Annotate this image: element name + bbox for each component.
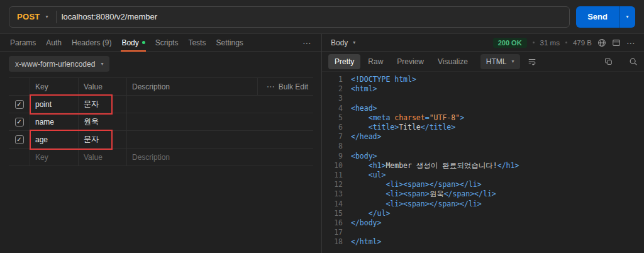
response-header: Body ▾ 200 OK 31 ms 479 B ⋯ — [322, 34, 644, 52]
globe-icon[interactable] — [597, 38, 606, 47]
request-bar: POST ▾ Send ▾ — [0, 0, 644, 34]
more-options-icon[interactable]: ⋯ — [297, 38, 316, 47]
separator-dot — [565, 42, 567, 43]
header-select-cell — [9, 78, 30, 96]
wrap-text-icon[interactable] — [528, 57, 536, 66]
description-cell[interactable] — [127, 96, 313, 113]
tab-tests[interactable]: Tests — [183, 34, 211, 51]
row-checkbox-cell[interactable] — [9, 96, 30, 113]
response-pane-selector[interactable]: Body ▾ — [331, 38, 355, 47]
url-box: POST ▾ — [9, 6, 570, 28]
chevron-down-icon: ▾ — [101, 62, 103, 67]
row-checkbox-cell[interactable] — [9, 131, 30, 149]
request-panel: Params Auth Headers (9) Body Scripts Tes… — [0, 34, 322, 253]
key-cell[interactable]: name — [30, 113, 79, 131]
separator-dot — [533, 42, 535, 43]
key-cell[interactable]: age — [30, 131, 79, 149]
table-row: point 문자 — [9, 96, 313, 113]
response-pane-label: Body — [331, 38, 348, 47]
table-row: age 문자 — [9, 131, 313, 149]
tab-params[interactable]: Params — [5, 34, 41, 51]
request-tabs: Params Auth Headers (9) Body Scripts Tes… — [0, 34, 321, 52]
more-options-icon: ⋯ — [267, 82, 275, 91]
send-button[interactable]: Send — [576, 6, 619, 28]
table-row: name 원욱 — [9, 113, 313, 131]
value-cell[interactable]: 문자 — [79, 96, 127, 113]
response-toolbar: Pretty Raw Preview Visualize HTML ▾ — [322, 52, 644, 72]
save-response-icon[interactable] — [612, 38, 621, 47]
send-group: Send ▾ — [576, 6, 635, 28]
code-line: <li><span></span></li> — [351, 200, 644, 209]
row-checkbox-cell — [9, 149, 30, 166]
table-row-placeholder: Key Value Description — [9, 149, 313, 166]
checkbox-icon[interactable] — [15, 135, 24, 144]
tab-scripts[interactable]: Scripts — [150, 34, 184, 51]
code-line — [351, 228, 644, 237]
code-gutter: 123456789101112131415161718 — [322, 75, 348, 253]
tab-settings[interactable]: Settings — [211, 34, 248, 51]
url-input[interactable] — [62, 7, 570, 27]
chevron-down-icon: ▾ — [512, 59, 514, 64]
header-description: Description — [127, 78, 258, 96]
send-options-button[interactable]: ▾ — [619, 6, 635, 28]
value-cell-placeholder[interactable]: Value — [79, 149, 127, 166]
response-meta: 200 OK 31 ms 479 B ⋯ — [493, 38, 635, 48]
tab-body-label: Body — [121, 38, 138, 47]
more-options-icon[interactable]: ⋯ — [626, 38, 635, 47]
app-root: POST ▾ Send ▾ Params Auth Headers (9) Bo… — [0, 0, 644, 253]
body-type-label: x-www-form-urlencoded — [15, 60, 95, 69]
tab-auth[interactable]: Auth — [41, 34, 67, 51]
code-line: <title>Title</title> — [351, 123, 644, 132]
method-selector[interactable]: POST ▾ — [9, 7, 56, 27]
toolbar-right-icons — [598, 57, 638, 66]
description-cell[interactable] — [127, 131, 313, 149]
bulk-edit-label: Bulk Edit — [279, 82, 308, 91]
description-cell[interactable] — [127, 113, 313, 131]
key-cell-placeholder[interactable]: Key — [30, 149, 79, 166]
code-line: <li><span></span></li> — [351, 180, 644, 189]
code-line: </ul> — [351, 209, 644, 218]
view-tab-raw[interactable]: Raw — [362, 54, 389, 69]
view-tab-visualize[interactable]: Visualize — [431, 54, 474, 69]
view-tab-pretty[interactable]: Pretty — [328, 54, 360, 69]
view-tab-preview[interactable]: Preview — [391, 54, 430, 69]
code-line: <body> — [351, 152, 644, 161]
header-value: Value — [79, 78, 127, 96]
chevron-down-icon: ▾ — [626, 14, 628, 20]
code-line — [351, 142, 644, 151]
description-cell-placeholder[interactable]: Description — [127, 149, 313, 166]
value-cell[interactable]: 문자 — [79, 131, 127, 149]
key-cell[interactable]: point — [30, 96, 79, 113]
table-header-row: Key Value Description ⋯ Bulk Edit — [9, 78, 313, 96]
code-line — [351, 94, 644, 103]
body-type-row: x-www-form-urlencoded ▾ — [0, 52, 321, 75]
response-body-code[interactable]: 123456789101112131415161718 <!DOCTYPE ht… — [322, 72, 644, 253]
row-checkbox-cell[interactable] — [9, 113, 30, 131]
code-line: <meta charset="UTF-8"> — [351, 113, 644, 123]
search-icon[interactable] — [629, 57, 638, 66]
value-cell[interactable]: 원욱 — [79, 113, 127, 131]
checkbox-icon[interactable] — [15, 100, 24, 109]
key-value-table: Key Value Description ⋯ Bulk Edit point … — [9, 77, 313, 166]
chevron-down-icon: ▾ — [46, 14, 48, 20]
response-panel: Body ▾ 200 OK 31 ms 479 B ⋯ — [322, 34, 644, 253]
tab-headers[interactable]: Headers (9) — [67, 34, 116, 51]
code-line: <h1>Member 생성이 완료되었습니다!</h1> — [351, 161, 644, 171]
divider — [56, 11, 57, 23]
language-label: HTML — [486, 57, 507, 66]
copy-icon[interactable] — [604, 57, 613, 65]
main-split: Params Auth Headers (9) Body Scripts Tes… — [0, 34, 644, 253]
checkbox-icon[interactable] — [15, 118, 24, 126]
tab-body[interactable]: Body — [116, 34, 150, 51]
code-line: <html> — [351, 84, 644, 94]
code-lines: <!DOCTYPE html><html><head> <meta charse… — [348, 75, 644, 253]
language-selector[interactable]: HTML ▾ — [480, 54, 520, 69]
code-line: <head> — [351, 104, 644, 113]
code-line: </html> — [351, 237, 644, 247]
bulk-edit-button[interactable]: ⋯ Bulk Edit — [258, 78, 313, 96]
status-badge: 200 OK — [493, 38, 527, 48]
body-type-selector[interactable]: x-www-form-urlencoded ▾ — [9, 56, 109, 72]
header-key: Key — [30, 78, 79, 96]
response-size: 479 B — [573, 39, 592, 47]
response-time: 31 ms — [540, 39, 560, 47]
